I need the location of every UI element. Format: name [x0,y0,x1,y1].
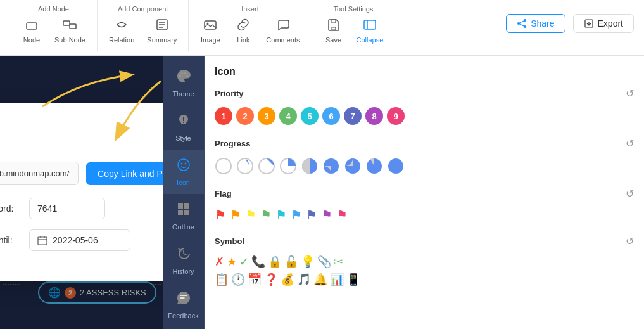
svg-rect-1 [63,21,70,25]
toolbar-item-subnode[interactable]: Sub Node [51,15,89,46]
svg-point-32 [178,159,189,171]
flag-indigo[interactable]: ⚑ [306,207,317,223]
symbol-clip[interactable]: 📎 [317,255,331,269]
sidebar-item-feedback[interactable]: Feedback [163,283,204,327]
flag-pink[interactable]: ⚑ [336,207,348,223]
sidebar-item-theme[interactable]: Theme [163,61,204,105]
save-label: Save [325,36,341,44]
props-panel-title: Icon [215,66,634,77]
priority-6[interactable]: 6 [322,107,340,125]
symbol-star[interactable]: ★ [227,255,237,269]
progress-12[interactable] [236,157,254,175]
outline-label: Outline [172,223,194,231]
progress-50[interactable] [301,157,319,175]
password-input[interactable] [29,198,105,219]
toolbar-item-relation[interactable]: Relation [105,15,138,46]
flag-purple[interactable]: ⚑ [321,207,332,223]
toolbar-group-add-component: Add Component Relation Summary [98,0,189,51]
priority-2[interactable]: 2 [236,107,254,125]
flag-yellow[interactable]: ⚑ [245,207,256,223]
toolbar-item-comments[interactable]: Comments [262,15,303,46]
symbol-chart[interactable]: 📊 [330,273,344,287]
progress-section: Progress ↺ [215,138,634,175]
image-icon [203,18,217,35]
symbol-phone2[interactable]: 📱 [346,273,360,287]
toolbar-items-add-component: Relation Summary [105,15,180,46]
sidebar-item-icon[interactable]: Icon [163,150,204,194]
priority-9[interactable]: 9 [387,107,405,125]
sidebar-item-history[interactable]: History [163,238,204,283]
flag-blue[interactable]: ⚑ [291,207,302,223]
priority-4[interactable]: 4 [279,107,297,125]
toolbar-item-link[interactable]: Link [229,15,257,46]
flag-green[interactable]: ⚑ [260,207,272,223]
symbol-calendar[interactable]: 📅 [248,273,262,287]
link-label: Link [237,36,249,44]
symbol-scissors[interactable]: ✂ [334,255,343,269]
password-label: Password: [0,203,23,214]
node-label: Node [23,36,40,44]
theme-label: Theme [172,90,194,98]
symbol-money[interactable]: 💰 [281,273,294,287]
sidebar-item-outline[interactable]: Outline [163,194,204,238]
symbol-bell[interactable]: 🔔 [313,273,327,287]
relation-label: Relation [109,36,134,44]
progress-37[interactable] [279,157,297,175]
toolbar-item-collapse[interactable]: Collapse [353,15,388,46]
priority-1[interactable]: 1 [215,107,232,125]
date-input-container[interactable]: 2022-05-06 [29,229,130,251]
group-label-add-component: Add Component [118,5,168,13]
flag-orange[interactable]: ⚑ [230,207,241,223]
copy-link-button[interactable]: Copy Link and Password [86,162,163,185]
symbol-phone[interactable]: 📞 [251,255,265,269]
svg-point-30 [184,72,186,74]
priority-7[interactable]: 7 [344,107,362,125]
symbol-question[interactable]: ❓ [264,273,278,287]
link-row: Copy Link and Password [0,162,163,185]
link-input[interactable] [0,162,79,185]
symbol-x[interactable]: ✗ [215,255,224,269]
progress-0[interactable] [215,157,232,175]
password-row: Password: [0,198,163,219]
toolbar-items-tool-settings: Save Collapse [320,15,388,46]
priority-8[interactable]: 8 [365,107,383,125]
symbol-clock[interactable]: 🕐 [231,273,245,287]
flag-red[interactable]: ⚑ [215,207,226,223]
symbol-unlock[interactable]: 🔓 [284,255,298,269]
symbol-check[interactable]: ✓ [239,255,249,269]
date-value: 2022-05-06 [53,235,98,245]
flag-reset[interactable]: ↺ [626,188,634,200]
progress-75[interactable] [344,157,362,175]
progress-87[interactable] [365,157,383,175]
flag-section: Flag ↺ ⚑ ⚑ ⚑ ⚑ ⚑ ⚑ ⚑ ⚑ ⚑ [215,188,634,223]
progress-reset[interactable]: ↺ [626,138,634,150]
symbol-clipboard[interactable]: 📋 [215,273,229,287]
share-button[interactable]: Share [506,14,565,33]
priority-row: 1 2 3 4 5 6 7 8 9 [215,107,634,125]
outline-icon [176,202,191,221]
priority-5[interactable]: 5 [301,107,319,125]
progress-header: Progress ↺ [215,138,634,150]
feedback-icon [176,290,191,309]
comments-icon [276,18,290,35]
link-field-label: Link: [0,147,163,157]
export-button[interactable]: Export [573,14,634,33]
progress-100[interactable] [387,157,405,175]
toolbar-item-image[interactable]: Image [196,15,224,46]
toolbar-item-summary[interactable]: Summary [143,15,180,46]
toolbar-item-save[interactable]: Save [320,15,348,46]
toolbar-item-node[interactable]: Node [18,15,46,46]
priority-3[interactable]: 3 [258,107,275,125]
symbol-music[interactable]: 🎵 [297,273,311,287]
summary-icon [155,18,169,35]
right-panel: Theme Style Icon Outline History [163,56,644,329]
progress-25[interactable] [258,157,275,175]
symbol-lock[interactable]: 🔒 [268,255,282,269]
flag-teal[interactable]: ⚑ [275,207,287,223]
progress-62[interactable] [322,157,340,175]
symbol-bulb[interactable]: 💡 [301,255,315,269]
node-icon [25,18,39,35]
symbol-reset[interactable]: ↺ [626,235,634,247]
priority-reset[interactable]: ↺ [626,87,634,100]
sidebar-item-style[interactable]: Style [163,105,204,150]
